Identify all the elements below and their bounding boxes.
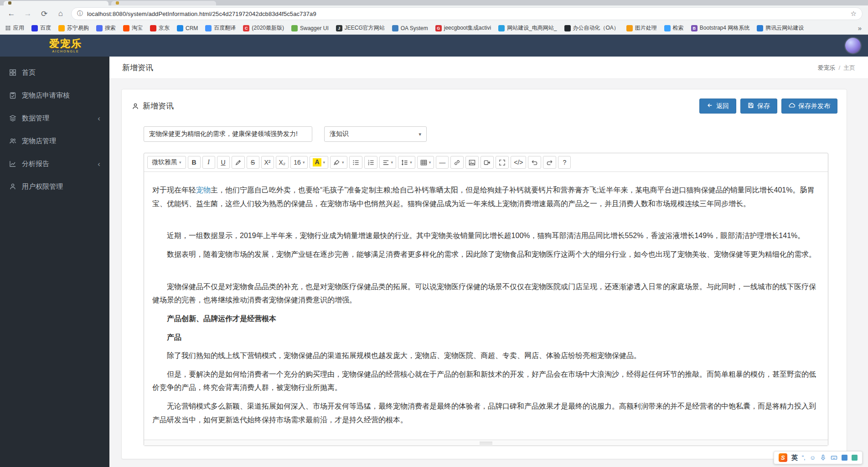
bookmark-item[interactable]: JJEECG官方网站: [336, 24, 385, 32]
browser-tab-strip[interactable]: [0, 0, 868, 5]
editor-paragraph: 无论营销模式多么新颖、渠道拓展如何深入、市场开发何等迅猛，最终宠物消费者是最终的…: [152, 400, 820, 426]
italic-button[interactable]: I: [202, 156, 215, 169]
user-avatar[interactable]: [845, 38, 861, 53]
bookmark-item[interactable]: 网站建设_电商网站_: [498, 24, 557, 32]
ime-keyboard-icon[interactable]: [831, 454, 837, 461]
redo-button[interactable]: [543, 156, 556, 169]
caret-down-icon: ▾: [179, 160, 181, 165]
font-color-button[interactable]: A▾: [310, 156, 328, 169]
sidebar-item-user-permission[interactable]: 用户权限管理: [0, 175, 109, 198]
bookmark-item[interactable]: C(2020最新版): [243, 24, 284, 32]
save-button[interactable]: 保存: [740, 99, 777, 114]
bold-button[interactable]: B: [188, 156, 201, 169]
browser-toolbar: ← → ⟳ ⌂ ⓘ localhost:8080/system/addPetIn…: [0, 5, 868, 22]
bookmark-item[interactable]: 应用: [5, 24, 24, 32]
table-button[interactable]: ▾: [417, 156, 434, 169]
bookmark-item[interactable]: 腾讯云网站建设: [757, 24, 804, 32]
refresh-button[interactable]: ⟳: [38, 8, 50, 20]
image-button[interactable]: [465, 156, 479, 169]
bookmark-item[interactable]: 百度: [31, 24, 51, 32]
bookmark-label: 搜索: [105, 24, 116, 32]
user-icon: [9, 183, 16, 190]
caret-down-icon: ▾: [410, 160, 412, 165]
editor-inline-link[interactable]: 宠物: [196, 186, 211, 194]
bookmark-favicon: [564, 25, 571, 31]
return-button-label: 返回: [716, 102, 729, 110]
browser-tab[interactable]: [4, 1, 108, 5]
address-bar[interactable]: ⓘ localhost:8080/system/addPetInformatio…: [71, 7, 863, 20]
bookmark-item[interactable]: 办公自动化（OA）: [564, 24, 619, 32]
bookmark-item[interactable]: 检索: [664, 24, 684, 32]
ime-punctuation-icon[interactable]: ”,: [802, 454, 806, 461]
return-button[interactable]: 返回: [699, 99, 736, 114]
save-publish-button[interactable]: 保存并发布: [781, 99, 837, 114]
sidebar-item-shop-management[interactable]: 宠物店管理: [0, 130, 109, 152]
undo-button[interactable]: [528, 156, 541, 169]
line-height-select[interactable]: ▾: [398, 156, 415, 169]
pen-button[interactable]: [232, 156, 245, 169]
editor-text: 除了我们熟知的线上线下营销模式，宠物保健品的渠道拓展规模也越发庞大，宠物店、宠物…: [167, 352, 641, 359]
sidebar-item-home[interactable]: 首页: [0, 61, 109, 84]
bookmark-star-icon[interactable]: ☆: [851, 10, 857, 18]
sidebar-item-analysis-report[interactable]: 分析报告‹: [0, 152, 109, 175]
editor-paragraph: 宠物保健品不仅是对宠物食品品类的补充，也是对宠物医疗保健品类的拓展。可以说宠物医…: [152, 280, 820, 307]
ime-mic-icon[interactable]: [820, 454, 827, 461]
editor-resize-handle[interactable]: [144, 440, 828, 446]
editor-content[interactable]: 对于现在年轻宠物主，他们宁愿自己吃外卖，也要给“毛孩子”准备定制主粮;给自己补钙…: [144, 172, 828, 440]
forward-button[interactable]: →: [22, 8, 34, 20]
bookmark-item[interactable]: 京东: [150, 24, 170, 32]
help-button[interactable]: ?: [558, 156, 571, 169]
pen-icon: [235, 159, 242, 166]
ordered-list-button[interactable]: [364, 156, 377, 169]
news-title-input[interactable]: [144, 126, 312, 142]
code-button[interactable]: </>: [511, 156, 526, 169]
superscript-button[interactable]: X²: [261, 156, 274, 169]
ime-emoji-icon[interactable]: ☺: [810, 454, 816, 461]
video-button[interactable]: [480, 156, 494, 169]
editor-heading: 产品: [152, 331, 820, 344]
chevron-left-icon: ‹: [98, 160, 100, 168]
bookmark-item[interactable]: 淘宝: [123, 24, 143, 32]
unordered-list-button[interactable]: [349, 156, 362, 169]
bookmark-item[interactable]: 搜索: [96, 24, 116, 32]
bookmark-item[interactable]: Gjeecgboot集成activi: [435, 24, 491, 32]
caret-down-icon: ▾: [391, 160, 393, 165]
sogou-logo-icon[interactable]: S: [779, 453, 787, 462]
hr-button[interactable]: —: [436, 156, 449, 169]
sidebar-item-data-management[interactable]: 数据管理‹: [0, 107, 109, 130]
underline-button[interactable]: U: [217, 156, 230, 169]
home-button[interactable]: ⌂: [55, 8, 67, 20]
sidebar-item-shop-apply-review[interactable]: 宠物店申请审核: [0, 84, 109, 107]
ime-toolbar[interactable]: S 英 ”, ☺: [774, 451, 863, 464]
bookmark-item[interactable]: 百度翻译: [205, 24, 236, 32]
browser-tab[interactable]: [111, 1, 216, 5]
browser-window: ← → ⟳ ⌂ ⓘ localhost:8080/system/addPetIn…: [0, 0, 868, 467]
fullscreen-button[interactable]: [496, 156, 509, 169]
font-size-select[interactable]: 16▾: [290, 156, 308, 169]
image-icon: [469, 159, 475, 166]
bookmarks-overflow-chevron[interactable]: »: [856, 24, 863, 32]
link-button[interactable]: [450, 156, 464, 169]
clipboard-icon: [9, 92, 16, 99]
bookmark-item[interactable]: CRM: [177, 25, 198, 31]
ime-skin-icon[interactable]: [852, 455, 858, 461]
bookmark-item[interactable]: OA System: [392, 25, 428, 31]
subscript-button[interactable]: X₂: [276, 156, 289, 169]
align-select[interactable]: ▾: [379, 156, 397, 169]
bookmark-item[interactable]: 图片处理: [626, 24, 657, 32]
ime-mode-indicator[interactable]: 英: [791, 454, 798, 462]
bookmark-item[interactable]: Swagger UI: [291, 25, 329, 31]
back-button[interactable]: ←: [5, 8, 17, 20]
caret-down-icon: ▾: [303, 160, 305, 165]
breadcrumb-root[interactable]: 爱宠乐: [817, 64, 835, 72]
save-button-label: 保存: [757, 102, 770, 110]
ime-toolbox-icon[interactable]: [842, 455, 847, 461]
background-color-button[interactable]: ▾: [330, 156, 347, 169]
bookmark-item[interactable]: 苏宁易购: [58, 24, 89, 32]
bookmark-item[interactable]: BBootstrap4 网格系统: [691, 24, 749, 32]
strikethrough-button[interactable]: S: [247, 156, 259, 169]
category-select[interactable]: 涨知识 ▾: [324, 126, 427, 142]
bookmark-label: 淘宝: [132, 24, 143, 32]
font-family-select[interactable]: 微软雅黑▾: [147, 156, 186, 169]
site-info-icon[interactable]: ⓘ: [77, 10, 83, 18]
